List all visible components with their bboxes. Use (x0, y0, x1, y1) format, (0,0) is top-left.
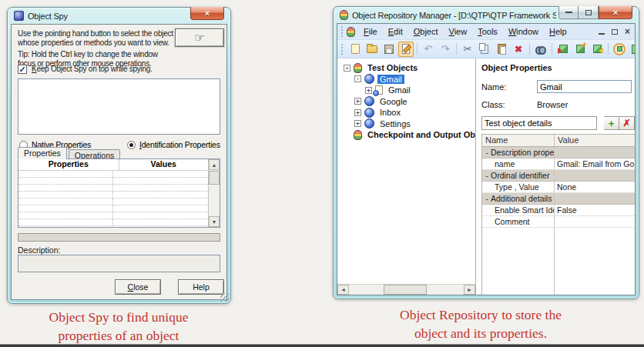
orm-titlebar[interactable]: Object Repository Manager - [D:\QTP\QTP … (334, 7, 639, 23)
grid-row-type-value[interactable]: Type , ValueNone (482, 182, 635, 193)
mdi-minimize-icon[interactable] (599, 33, 605, 35)
spy-properties-cell (18, 219, 113, 225)
keep-on-top-row: ✓ Keep Object Spy on top while spying. (18, 65, 153, 74)
tree-horizontal-scrollbar[interactable]: ◄ ► (337, 284, 475, 295)
orm-client: File Edit Object View Tools Window Help … (337, 23, 636, 295)
redo-icon[interactable]: ↷ (438, 42, 453, 57)
open-icon[interactable] (364, 42, 380, 57)
delete-icon[interactable]: ✖ (511, 42, 526, 57)
scrollbar-thumb[interactable] (384, 285, 427, 295)
tree-expander-plus-icon[interactable]: + (354, 120, 361, 127)
browser-icon (364, 74, 374, 84)
mdi-restore-icon[interactable] (612, 29, 618, 35)
tree-item-gmail[interactable]: +Gmail (337, 85, 475, 96)
menu-object[interactable]: Object (408, 25, 444, 38)
toolbar-separator (608, 43, 609, 55)
group-collapse-icon[interactable]: - (485, 171, 491, 180)
spy-values-cell (113, 178, 208, 184)
name-input[interactable] (537, 80, 632, 93)
menu-help[interactable]: Help (544, 25, 572, 38)
update-from-application-icon[interactable] (572, 42, 588, 57)
minimize-button[interactable] (558, 6, 579, 19)
menu-view[interactable]: View (444, 25, 473, 38)
paste-icon[interactable] (494, 42, 509, 57)
repository-icon (354, 130, 362, 140)
export-icon[interactable] (589, 42, 605, 57)
object-spy-title: Object Spy (28, 12, 68, 21)
tree-item-label: Google (377, 97, 409, 106)
save-icon[interactable] (381, 42, 397, 57)
scrollbar-track[interactable] (349, 285, 464, 295)
property-grid-rows: -Description propertiesnameGmail: Email … (482, 147, 635, 228)
tree-item-settings[interactable]: +Settings (337, 118, 475, 130)
tree-item-inbox[interactable]: +Inbox (337, 107, 475, 118)
tree-item-google[interactable]: +Google (337, 96, 475, 108)
maximize-button[interactable] (579, 6, 599, 19)
spy-values-cell (113, 171, 208, 177)
tip-line-1: Tip: Hold the Ctrl key to change the win… (18, 50, 158, 59)
close-dialog-button[interactable]: Close (115, 279, 161, 295)
object-spy-titlebar[interactable]: Object Spy × (8, 8, 230, 24)
cut-icon[interactable]: ✂ (460, 42, 475, 57)
spy-values-cell (113, 219, 208, 225)
tree-expander-plus-icon[interactable]: + (354, 109, 361, 116)
tree-expander-plus-icon[interactable]: + (365, 87, 372, 94)
keep-on-top-checkbox[interactable]: ✓ (18, 65, 27, 74)
scrollbar-thumb[interactable] (209, 171, 220, 185)
group-collapse-icon[interactable]: - (485, 194, 491, 203)
class-label: Class: (481, 100, 537, 109)
test-object-details-box[interactable]: Test object details (481, 116, 597, 130)
help-button[interactable]: Help (178, 279, 224, 295)
pointing-hand-button[interactable]: ☞ (175, 28, 224, 47)
scroll-up-icon[interactable]: ▲ (209, 159, 220, 170)
menu-file[interactable]: File (358, 25, 383, 38)
tab-properties[interactable]: Properties (18, 147, 67, 159)
spy-table-empty-row (18, 171, 208, 178)
add-objects-icon[interactable] (555, 42, 571, 57)
close-button[interactable]: × (190, 7, 224, 20)
object-spy-icon[interactable] (629, 42, 636, 57)
spy-table-empty-row (18, 212, 208, 219)
scroll-right-icon[interactable]: ► (464, 285, 475, 295)
undo-icon[interactable]: ↶ (421, 42, 436, 57)
instruction-line-1: Use the pointing hand button to select t… (18, 29, 173, 38)
menu-window[interactable]: Window (503, 25, 544, 38)
grid-row-enable-smart-ide[interactable]: Enable Smart Ide...False (482, 205, 635, 216)
object-spy-window: Object Spy × Use the pointing hand butto… (7, 7, 231, 304)
tree-expander-minus-icon[interactable]: - (344, 65, 351, 72)
toolbar-grip[interactable] (341, 44, 344, 55)
page: Object Spy × Use the pointing hand butto… (0, 0, 644, 347)
spy-object-view[interactable] (18, 78, 220, 135)
group-collapse-icon[interactable]: - (485, 148, 491, 157)
resize-grip[interactable] (220, 293, 229, 302)
menu-edit[interactable]: Edit (383, 25, 408, 38)
tree-expander-minus-icon[interactable]: - (354, 75, 361, 82)
mdi-close-icon[interactable]: × (625, 28, 630, 35)
grid-row-name[interactable]: nameGmail: Email from Go (482, 158, 635, 170)
menubar-grip[interactable] (341, 26, 344, 37)
object-spy-icon (14, 11, 24, 21)
edit-icon[interactable] (398, 42, 414, 57)
copy-icon[interactable] (477, 42, 492, 57)
tree-item-test-objects[interactable]: -Test Objects (337, 62, 475, 74)
add-property-button[interactable]: + (604, 116, 619, 130)
tree-item-checkpoint-and-output-objec[interactable]: Checkpoint and Output Objec (337, 129, 475, 141)
grid-group-additional-details[interactable]: -Additional details (482, 193, 635, 205)
spy-table-scrollbar[interactable]: ▲ ▼ (208, 159, 220, 227)
menu-tools[interactable]: Tools (472, 25, 503, 38)
tree-item-gmail[interactable]: -Gmail (337, 74, 475, 85)
spy-properties-cell (18, 212, 113, 219)
scroll-down-icon[interactable]: ▼ (209, 216, 220, 227)
close-button[interactable]: × (599, 6, 632, 19)
grid-group-ordinal-identifier[interactable]: -Ordinal identifier (482, 170, 635, 182)
remove-property-button[interactable]: ✗ (619, 116, 635, 130)
find-icon[interactable] (533, 42, 548, 57)
tree-expander-plus-icon[interactable]: + (354, 98, 361, 105)
scroll-left-icon[interactable]: ◄ (337, 285, 349, 295)
new-icon[interactable] (347, 42, 363, 57)
highlight-in-application-icon[interactable] (612, 42, 627, 57)
grid-group-description-properties[interactable]: -Description properties (482, 147, 635, 158)
grid-value-cell (555, 170, 635, 181)
grid-row-comment[interactable]: Comment (482, 216, 635, 228)
identification-properties-radio[interactable]: Identification Properties (127, 140, 220, 149)
